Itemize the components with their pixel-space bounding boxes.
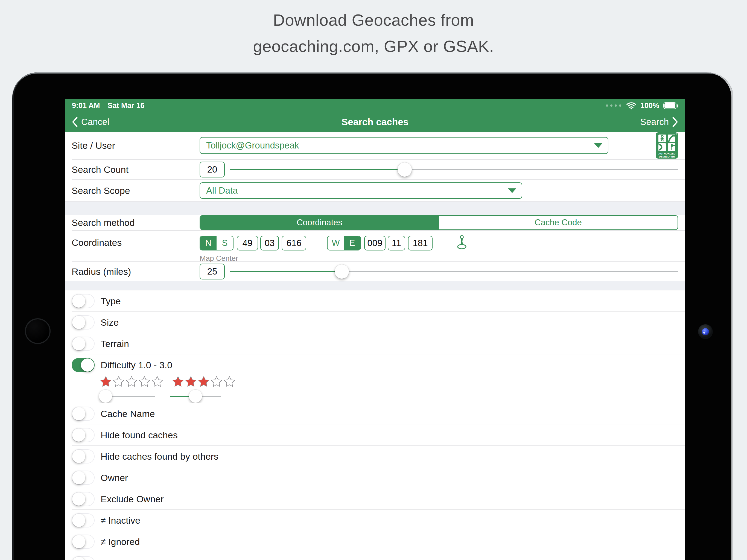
authorized-developer-badge: ® AUTHORIZED DEVELOPER	[656, 132, 678, 159]
lon-west-segment[interactable]: W	[328, 236, 344, 250]
difficulty-min-stars[interactable]	[100, 376, 163, 388]
segment-coordinates[interactable]: Coordinates	[200, 216, 439, 229]
toggle-switch[interactable]	[72, 470, 95, 485]
lon-degrees-field[interactable]: 009	[364, 236, 386, 251]
lon-east-segment[interactable]: E	[344, 236, 360, 250]
difficulty-toggle[interactable]	[72, 358, 95, 372]
toggle-switch[interactable]	[72, 337, 95, 351]
difficulty-stars	[100, 376, 685, 388]
radius-value[interactable]: 25	[200, 263, 225, 279]
search-count-value[interactable]: 20	[200, 161, 225, 177]
search-scope-row: Search Scope All Data	[65, 180, 685, 201]
difficulty-max-stars[interactable]	[172, 376, 235, 388]
filter-toggle-list-bottom: Cache Name Hide found caches Hide caches…	[65, 403, 685, 552]
slider-fill	[230, 169, 405, 170]
lon-minutes-field[interactable]: 11	[388, 236, 405, 251]
toggle-label: Size	[101, 317, 119, 328]
toggle-switch[interactable]	[72, 492, 95, 506]
toggle-row: Hide found caches	[65, 424, 685, 446]
toggle-switch[interactable]	[72, 407, 95, 421]
cancel-label: Cancel	[81, 117, 109, 127]
slider-thumb[interactable]	[397, 162, 412, 177]
difficulty-min-slider[interactable]	[104, 389, 155, 403]
radius-slider[interactable]	[230, 264, 678, 279]
coordinates-label: Coordinates	[72, 235, 200, 248]
toggle-row: ≠ Inactive	[65, 510, 685, 531]
search-scope-dropdown[interactable]: All Data	[200, 182, 522, 199]
toggle-label: Exclude Owner	[101, 494, 164, 505]
search-button[interactable]: Search	[640, 117, 678, 127]
difficulty-label: Difficulty 1.0 - 3.0	[101, 360, 172, 371]
lat-south-segment[interactable]: S	[216, 236, 233, 250]
toggle-knob	[72, 535, 85, 548]
search-scope-value: All Data	[206, 185, 238, 196]
slider-thumb[interactable]	[335, 264, 349, 279]
toggle-switch[interactable]	[72, 535, 95, 549]
star-filled-icon	[185, 376, 197, 388]
slider-track	[104, 396, 155, 397]
search-method-row: Search method Coordinates Cache Code	[65, 215, 685, 230]
slider-fill	[230, 271, 342, 272]
toggle-switch[interactable]	[72, 294, 95, 308]
registered-mark: ®	[676, 133, 677, 135]
app-screen: 9:01 AM Sat Mar 16 100%	[65, 99, 685, 560]
star-filled-icon	[172, 376, 184, 388]
toggle-row: Size	[65, 312, 685, 333]
toggle-switch[interactable]	[72, 556, 95, 560]
toggle-row: Cache Name	[65, 403, 685, 424]
lon-fraction-field[interactable]: 181	[408, 236, 433, 251]
status-date: Sat Mar 16	[108, 101, 145, 110]
toggle-knob	[72, 316, 85, 329]
dropdown-arrow-icon	[508, 188, 516, 193]
section-gap	[65, 281, 685, 290]
star-outline-icon	[224, 376, 235, 388]
filter-toggle-list-top: Type Size Terrain	[65, 290, 685, 354]
search-count-row: Search Count 20	[65, 160, 685, 179]
toggle-switch[interactable]	[72, 513, 95, 528]
toggle-label: Cache Name	[101, 408, 155, 419]
toggle-switch[interactable]	[72, 449, 95, 463]
battery-icon	[663, 102, 676, 109]
navigation-bar: Cancel Search caches Search	[65, 112, 685, 132]
star-filled-icon	[198, 376, 209, 388]
segment-cache-code[interactable]: Cache Code	[439, 216, 677, 229]
toggle-knob	[72, 514, 85, 527]
toggle-knob	[72, 492, 85, 506]
toggle-switch[interactable]	[72, 428, 95, 442]
map-center-button[interactable]	[456, 235, 468, 252]
toggle-knob	[72, 471, 85, 484]
toggle-row: Type	[65, 290, 685, 312]
slider-thumb[interactable]	[99, 390, 112, 403]
toggle-knob	[72, 295, 85, 308]
cancel-button[interactable]: Cancel	[72, 117, 109, 127]
site-user-dropdown[interactable]: Tolljock@Groundspeak	[200, 137, 609, 154]
lat-degrees-field[interactable]: 49	[237, 236, 258, 251]
home-button[interactable]	[25, 318, 51, 344]
lat-minutes-field[interactable]: 03	[260, 236, 279, 251]
cellular-signal-icon	[606, 104, 621, 107]
site-user-label: Site / User	[72, 140, 200, 151]
star-filled-icon	[100, 376, 111, 388]
star-outline-icon	[152, 376, 163, 388]
battery-percent: 100%	[640, 101, 659, 110]
star-outline-icon	[113, 376, 124, 388]
search-count-label: Search Count	[72, 164, 200, 175]
search-count-slider[interactable]	[230, 162, 678, 177]
headline-line2: geocaching.com, GPX or GSAK.	[0, 33, 747, 59]
toggle-knob	[72, 429, 85, 441]
section-gap	[65, 201, 685, 215]
toggle-label: ≠ Inactive	[101, 515, 140, 526]
coordinates-row: Coordinates N S 49 03 616 W E	[65, 231, 685, 261]
star-outline-icon	[138, 376, 150, 388]
badge-line2: DEVELOPER	[659, 155, 675, 158]
lat-north-segment[interactable]: N	[200, 236, 216, 250]
toggle-switch[interactable]	[72, 315, 95, 330]
toggle-label: Type	[101, 296, 121, 307]
search-scope-label: Search Scope	[72, 185, 200, 196]
toggle-knob	[72, 337, 85, 350]
difficulty-max-slider[interactable]	[170, 389, 221, 403]
slider-thumb[interactable]	[189, 390, 202, 403]
map-center-sublabel: Map Center	[200, 254, 468, 263]
ipad-frame: 9:01 AM Sat Mar 16 100%	[12, 73, 733, 560]
lat-fraction-field[interactable]: 616	[282, 236, 306, 251]
